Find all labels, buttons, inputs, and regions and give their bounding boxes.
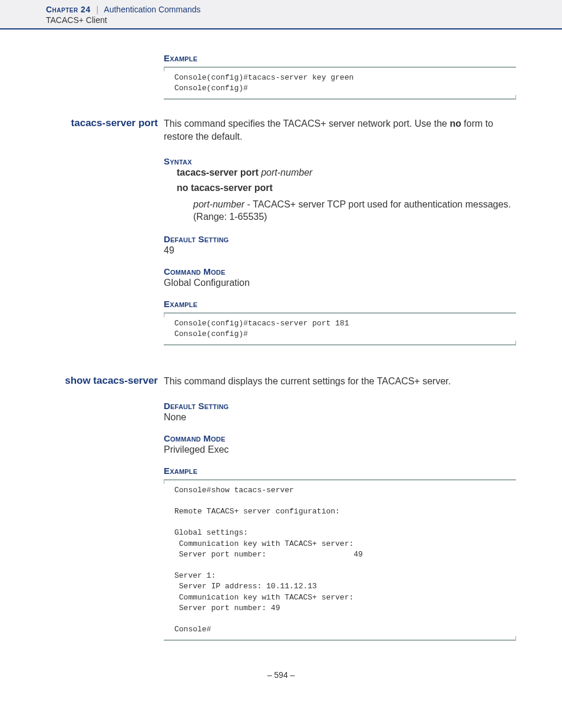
command-mode-value: Global Configuration [164, 278, 516, 288]
default-setting-heading: Default Setting [164, 401, 516, 411]
syntax-no-cmd: no tacacs-server port [177, 183, 273, 193]
code-example: Console(config)#tacacs-server port 181 C… [164, 312, 516, 345]
param-description: port-number - TACACS+ server TCP port us… [193, 198, 516, 223]
code-example: Console#show tacacs-server Remote TACACS… [164, 479, 516, 641]
command-name-label: show tacacs-server [40, 375, 158, 387]
default-setting-heading: Default Setting [164, 234, 516, 244]
command-mode-heading: Command Mode [164, 433, 516, 443]
command-section-tacacs-server-port: tacacs-server port This command specifie… [46, 117, 516, 345]
example-block-prev: Example Console(config)#tacacs-server ke… [164, 53, 516, 100]
page-content: Example Console(config)#tacacs-server ke… [0, 29, 562, 691]
param-name: port-number [193, 199, 244, 209]
syntax-heading: Syntax [164, 156, 516, 166]
code-example: Console(config)#tacacs-server key green … [164, 67, 516, 100]
command-name-label: tacacs-server port [40, 117, 158, 129]
separator: | [97, 5, 99, 14]
command-description: This command displays the current settin… [164, 375, 516, 388]
page-number: – 594 – [46, 670, 516, 680]
example-heading: Example [164, 53, 516, 63]
desc-text-pre: This command specifies the TACACS+ serve… [164, 118, 449, 129]
command-mode-value: Privileged Exec [164, 444, 516, 455]
command-section-show-tacacs-server: show tacacs-server This command displays… [46, 375, 516, 641]
syntax-param: port-number [261, 167, 312, 177]
page-header: Chapter 24 | Authentication Commands TAC… [0, 0, 562, 29]
default-setting-value: None [164, 412, 516, 423]
example-heading: Example [164, 299, 516, 309]
syntax-block: tacacs-server port port-number no tacacs… [177, 167, 516, 193]
default-setting-value: 49 [164, 245, 516, 256]
desc-text-bold: no [449, 118, 461, 129]
syntax-cmd: tacacs-server port [177, 167, 259, 177]
command-description: This command specifies the TACACS+ serve… [164, 117, 516, 143]
example-heading: Example [164, 466, 516, 476]
command-mode-heading: Command Mode [164, 266, 516, 276]
chapter-line: Chapter 24 | Authentication Commands [46, 5, 562, 14]
header-subsection: TACACS+ Client [46, 15, 562, 25]
chapter-number: Chapter 24 [46, 5, 91, 14]
chapter-title: Authentication Commands [104, 5, 200, 14]
